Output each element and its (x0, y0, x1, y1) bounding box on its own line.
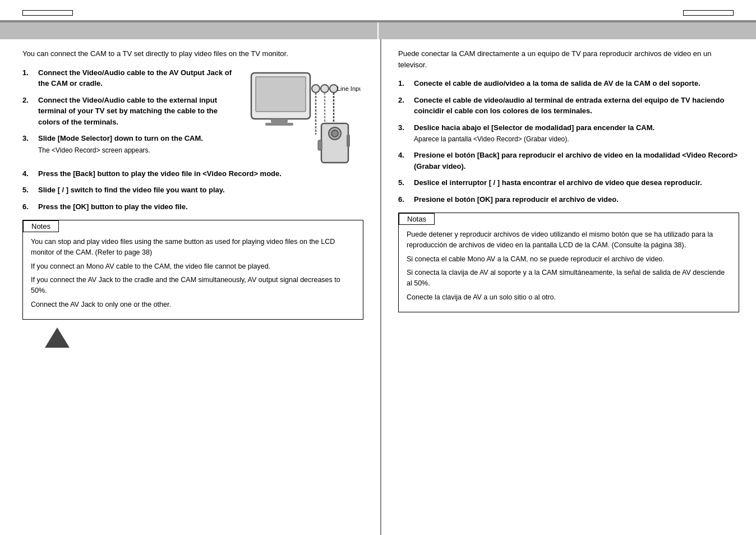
arrow-up-icon (45, 328, 70, 348)
step-1-left: 1. Connect the Video/Audio cable to the … (22, 67, 240, 89)
step-3-left: 3. Slide [Mode Selector] down to turn on… (22, 133, 240, 155)
step-4-left: 4. Press the [Back] button to play the v… (22, 168, 363, 179)
note-1-right: Puede detener y reproducir archivos de v… (407, 229, 731, 251)
section-headers (0, 22, 756, 39)
note-4-left: Connect the AV Jack to only one or the o… (31, 299, 355, 310)
step-1-right: 1. Conecte el cable de audio/video a la … (398, 78, 739, 89)
note-3-right: Si conecta la clavija de AV al soporte y… (407, 268, 731, 289)
svg-point-13 (331, 130, 338, 137)
tv-cam-diagram: Line Input (246, 67, 363, 168)
svg-rect-1 (256, 77, 306, 112)
notes-content-left: You can stop and play video files using … (23, 232, 363, 319)
notas-label-right: Notas (399, 213, 739, 225)
diagram-svg: Line Input (248, 67, 361, 168)
step-6-right: 6. Presione el botón [OK] para reproduci… (398, 194, 739, 205)
page-box-right (683, 10, 734, 16)
step-3-right: 3. Deslice hacia abajo el [Selector de m… (398, 122, 739, 145)
svg-rect-14 (318, 140, 322, 150)
svg-point-4 (312, 85, 320, 93)
steps-4-6-left: 4. Press the [Back] button to play the v… (22, 168, 363, 213)
step-5-right: 5. Deslice el interruptor [ / ] hasta en… (398, 177, 739, 188)
notes-content-right: Puede detener y reproducir archivos de v… (399, 225, 739, 312)
steps-list-right: 1. Conecte el cable de audio/video a la … (398, 78, 739, 205)
steps-list-left: 1. Connect the Video/Audio cable to the … (22, 67, 240, 155)
svg-rect-15 (347, 135, 350, 147)
left-section-header (0, 22, 377, 39)
step-6-left: 6. Press the [OK] button to play the vid… (22, 201, 363, 213)
notes-label-left: Notes (23, 220, 363, 232)
step-3-sub-left: The <Video Record> screen appears. (22, 145, 203, 155)
right-section-header (377, 22, 756, 39)
page: You can connect the CAM to a TV set dire… (0, 0, 756, 535)
note-2-right: Si conecta el cable Mono AV a la CAM, no… (407, 254, 731, 265)
notes-box-left: Notes You can stop and play video files … (22, 220, 363, 320)
bottom-arrow-area (22, 320, 363, 353)
left-column: You can connect the CAM to a TV set dire… (0, 39, 381, 535)
right-intro: Puede conectar la CAM directamente a un … (398, 48, 739, 70)
page-box-left (22, 10, 73, 16)
note-1-left: You can stop and play video files using … (31, 237, 355, 258)
note-2-left: If you connect an Mono AV cable to the C… (31, 261, 355, 272)
note-3-left: If you connect the AV Jack to the cradle… (31, 275, 355, 296)
left-steps-list: 1. Connect the Video/Audio cable to the … (22, 67, 240, 163)
left-steps-diagram: 1. Connect the Video/Audio cable to the … (22, 67, 363, 168)
right-column: Puede conectar la CAM directamente a un … (381, 39, 756, 535)
main-content: You can connect the CAM to a TV set dire… (0, 39, 756, 535)
svg-rect-3 (265, 123, 293, 126)
step-2-right: 2. Conecte el cable de video/audio al te… (398, 95, 739, 117)
step-4-right: 4. Presione el botón [Back] para reprodu… (398, 150, 739, 172)
step-3-sub-right: Aparece la pantalla <Video Record> (Grab… (398, 134, 654, 144)
note-4-right: Conecte la clavija de AV a un solo sitio… (407, 292, 731, 303)
step-2-left: 2. Connect the Video/Audio cable to the … (22, 95, 240, 128)
notes-box-right: Notas Puede detener y reproducir archivo… (398, 213, 739, 312)
svg-text:Line Input: Line Input (337, 85, 361, 92)
left-intro: You can connect the CAM to a TV set dire… (22, 48, 363, 59)
svg-rect-2 (271, 119, 288, 123)
svg-point-6 (330, 85, 338, 93)
top-bar (0, 0, 756, 16)
step-5-left: 5. Slide [ / ] switch to find the video … (22, 185, 363, 196)
svg-point-5 (321, 85, 329, 93)
